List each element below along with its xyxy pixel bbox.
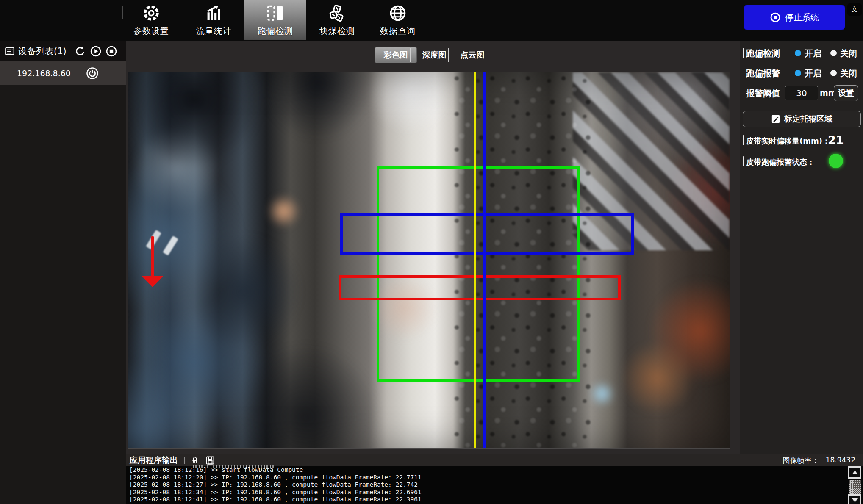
frame-rate: 图像帧率： 18.9432 — [783, 456, 855, 465]
log-console: [2025-02-08 18:12:16] >> start flowData … — [129, 466, 845, 504]
log-line: [2025-02-08 18:12:41] >> IP: 192.168.8.6… — [129, 496, 845, 504]
camera-view[interactable] — [128, 72, 730, 448]
deviation-detect-label: 跑偏检测 — [746, 48, 780, 59]
output-header: 应用程序输出 图像帧率： 18.9432 — [126, 454, 863, 466]
triangle-down-icon — [852, 498, 858, 502]
triangle-up-icon — [852, 471, 858, 474]
stop-system-button[interactable]: 停止系统 — [744, 5, 845, 30]
alarm-on-radio[interactable] — [795, 70, 801, 76]
tab-point-cloud[interactable]: 点云图 — [452, 47, 493, 63]
deviation-detect-icon — [266, 3, 285, 23]
log-scrollbar — [848, 466, 861, 504]
log-line: [2025-02-08 18:12:27] >> IP: 192.168.8.6… — [129, 481, 845, 489]
threshold-label: 报警阈值 — [746, 88, 780, 99]
device-sidebar: 设备列表(1) 192.168.8.60 — [0, 41, 126, 504]
detect-on-label[interactable]: 开启 — [805, 48, 821, 59]
frame-rate-value: 18.9432 — [826, 456, 855, 465]
clear-log-icon[interactable] — [190, 455, 200, 465]
nav-data-query[interactable]: 数据查询 — [367, 0, 429, 40]
detection-region-overlay — [339, 275, 621, 300]
stop-icon — [770, 12, 781, 23]
scrollbar-thumb[interactable] — [849, 480, 861, 494]
detect-off-radio[interactable] — [830, 50, 837, 56]
deviation-alarm-label: 跑偏报警 — [746, 68, 780, 79]
scroll-up-button[interactable] — [848, 466, 861, 479]
top-toolbar: 参数设置 流量统计 跑偏检测 块煤检测 — [0, 0, 863, 42]
device-list-header: 设备列表(1) — [0, 41, 126, 61]
tab-label: 彩色图 — [384, 50, 408, 61]
play-icon[interactable] — [90, 45, 102, 58]
save-log-icon[interactable] — [205, 455, 215, 465]
roller-region-overlay — [340, 213, 634, 255]
translate-icon[interactable]: 文 — [847, 3, 862, 16]
alarm-off-radio[interactable] — [830, 70, 837, 76]
realtime-offset-label: 皮带实时偏移量(mm)： — [746, 136, 830, 146]
tab-label: 深度图 — [422, 50, 447, 61]
set-threshold-button[interactable]: 设置 — [834, 85, 858, 101]
gear-icon — [142, 3, 161, 23]
belt-centerline-overlay — [483, 72, 486, 448]
refresh-icon[interactable] — [74, 45, 86, 58]
device-row[interactable]: 192.168.8.60 — [0, 61, 126, 85]
alarm-on-label[interactable]: 开启 — [805, 68, 821, 79]
log-line: [2025-02-08 18:12:34] >> IP: 192.168.8.6… — [129, 489, 845, 496]
set-button-label: 设置 — [838, 88, 854, 99]
detection-settings-panel: 跑偏检测 开启 关闭 跑偏报警 开启 关闭 报警阈值 mm 设置 标定托辊区域 … — [740, 41, 863, 454]
realtime-offset-value: 21 — [828, 133, 844, 147]
nav-flow-statistics[interactable]: 流量统计 — [183, 0, 245, 40]
nav-label: 数据查询 — [380, 25, 416, 37]
alarm-off-label[interactable]: 关闭 — [840, 68, 857, 79]
direction-arrow-head — [142, 276, 164, 287]
calibration-region-overlay — [377, 166, 580, 382]
stop-all-icon[interactable] — [105, 45, 118, 58]
nav-label: 跑偏检测 — [258, 25, 293, 37]
coal-blocks-icon — [327, 3, 347, 23]
nav-parameter-settings[interactable]: 参数设置 — [120, 0, 182, 40]
alarm-status-label: 皮带跑偏报警状态： — [746, 157, 815, 167]
detect-on-radio[interactable] — [795, 50, 801, 56]
tab-divider — [410, 48, 411, 62]
nav-label: 参数设置 — [133, 25, 169, 37]
frame-rate-label: 图像帧率： — [783, 456, 819, 465]
alarm-status-indicator — [829, 154, 843, 168]
device-list-icon — [3, 45, 16, 58]
device-list-title: 设备列表(1) — [18, 45, 67, 57]
application-output-panel: 应用程序输出 图像帧率： 18.9432 [2025-02-08 18:12:1… — [126, 454, 863, 504]
section-bar — [743, 135, 744, 145]
bar-chart-icon — [204, 3, 224, 23]
nav-label: 流量统计 — [196, 25, 232, 37]
calibrate-button-label: 标定托辊区域 — [784, 114, 832, 125]
edit-region-icon — [771, 114, 780, 124]
threshold-input[interactable] — [785, 86, 818, 100]
translate-glyph: 文 — [852, 6, 858, 14]
stop-system-label: 停止系统 — [785, 12, 819, 23]
reference-centerline-overlay — [474, 72, 476, 448]
section-bar — [743, 156, 744, 166]
header-divider — [184, 457, 185, 464]
calibrate-roller-button[interactable]: 标定托辊区域 — [743, 111, 861, 127]
power-icon[interactable] — [86, 67, 99, 80]
main-view-area: 彩色图 深度图 点云图 — [126, 41, 740, 504]
section-bar — [743, 48, 744, 58]
detect-off-label[interactable]: 关闭 — [840, 48, 857, 59]
nav-label: 块煤检测 — [319, 25, 355, 37]
nav-lump-coal-detection[interactable]: 块煤检测 — [306, 0, 368, 40]
nav-deviation-detection[interactable]: 跑偏检测 — [244, 0, 306, 40]
globe-icon — [388, 3, 408, 23]
tab-divider — [448, 48, 449, 62]
tab-label: 点云图 — [461, 50, 485, 61]
device-ip: 192.168.8.60 — [17, 69, 71, 78]
scroll-down-button[interactable] — [848, 494, 861, 504]
log-line: [2025-02-08 18:12:16] >> start flowData … — [129, 466, 845, 474]
output-title: 应用程序输出 — [130, 455, 178, 466]
app-window: 参数设置 流量统计 跑偏检测 块煤检测 — [0, 0, 863, 504]
log-line: [2025-02-08 18:12:20] >> IP: 192.168.8.6… — [129, 474, 845, 482]
direction-arrow — [151, 236, 154, 277]
